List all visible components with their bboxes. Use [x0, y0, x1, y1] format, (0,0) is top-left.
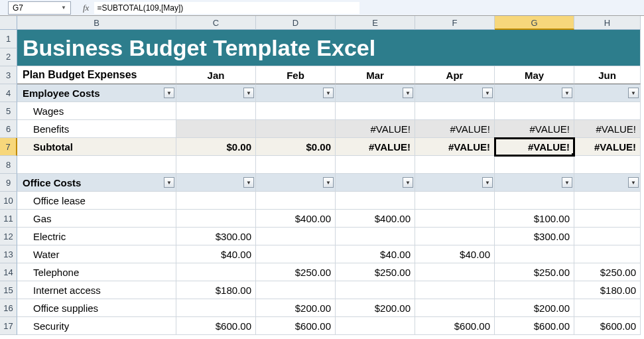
cell[interactable]: $200.00	[495, 299, 574, 317]
section-office-costs[interactable]: Office Costs▼	[17, 174, 176, 192]
header-mar[interactable]: Mar	[336, 66, 415, 84]
cell[interactable]	[256, 102, 336, 120]
cell[interactable]: $600.00	[415, 317, 495, 335]
cell[interactable]	[176, 263, 256, 281]
cell[interactable]	[574, 102, 641, 120]
filter-dropdown-icon[interactable]: ▼	[323, 177, 334, 188]
cell[interactable]	[415, 156, 495, 174]
cell[interactable]: #VALUE!	[336, 138, 415, 156]
row-header-3[interactable]: 3	[0, 66, 17, 84]
cell[interactable]	[415, 263, 495, 281]
filter-dropdown-icon[interactable]: ▼	[628, 88, 639, 98]
fill-handle[interactable]	[572, 153, 574, 156]
row-header-15[interactable]: 15	[0, 281, 17, 299]
col-header-D[interactable]: D	[256, 16, 336, 30]
cell[interactable]	[495, 102, 574, 120]
row-header-4[interactable]: 4	[0, 84, 17, 102]
col-header-G[interactable]: G	[495, 16, 574, 30]
cell[interactable]: $600.00	[176, 317, 256, 335]
header-apr[interactable]: Apr	[415, 66, 495, 84]
cell[interactable]	[495, 192, 574, 210]
cell[interactable]: #VALUE!	[415, 138, 495, 156]
cell[interactable]	[574, 299, 641, 317]
cell[interactable]	[336, 317, 415, 335]
cell[interactable]	[256, 156, 336, 174]
cell[interactable]: $250.00	[336, 263, 415, 281]
cell[interactable]: $250.00	[495, 263, 574, 281]
row-header-2[interactable]: 2	[0, 48, 17, 67]
row-internet-label[interactable]: Internet access	[17, 281, 176, 299]
cell[interactable]	[574, 210, 641, 228]
cell[interactable]	[256, 228, 336, 245]
cell[interactable]: $600.00	[574, 317, 641, 335]
cell[interactable]: $100.00	[495, 210, 574, 228]
cell[interactable]: $250.00	[574, 263, 641, 281]
cell[interactable]	[495, 281, 574, 299]
row-header-8[interactable]: 8	[0, 156, 17, 174]
header-may[interactable]: May	[495, 66, 574, 84]
cell[interactable]: $250.00	[256, 263, 336, 281]
cell[interactable]: $200.00	[336, 299, 415, 317]
chevron-down-icon[interactable]: ▼	[61, 5, 66, 11]
cell[interactable]: $40.00	[176, 245, 256, 263]
cell[interactable]: ▼	[176, 174, 256, 192]
row-header-17[interactable]: 17	[0, 317, 17, 335]
cell[interactable]: #VALUE!	[415, 120, 495, 138]
cell[interactable]: #VALUE!	[574, 138, 641, 156]
cell[interactable]	[256, 120, 336, 138]
cell[interactable]	[495, 245, 574, 263]
cell[interactable]	[176, 192, 256, 210]
section-employee-costs[interactable]: Employee Costs▼	[17, 84, 176, 102]
cell[interactable]: $400.00	[256, 210, 336, 228]
cell[interactable]: $400.00	[336, 210, 415, 228]
cell[interactable]: ▼	[574, 84, 641, 102]
cell[interactable]: #VALUE!	[574, 120, 641, 138]
cell[interactable]	[415, 210, 495, 228]
cell[interactable]: $180.00	[176, 281, 256, 299]
filter-dropdown-icon[interactable]: ▼	[628, 177, 639, 188]
row-water-label[interactable]: Water	[17, 245, 176, 263]
cell[interactable]	[415, 299, 495, 317]
row-header-16[interactable]: 16	[0, 299, 17, 317]
cell[interactable]: $0.00	[176, 138, 256, 156]
header-plan-budget[interactable]: Plan Budget Expenses	[17, 66, 176, 84]
cell[interactable]	[176, 120, 256, 138]
cell[interactable]: ▼	[336, 174, 415, 192]
cell[interactable]	[176, 102, 256, 120]
cell[interactable]	[176, 210, 256, 228]
cell[interactable]: ▼	[176, 84, 256, 102]
cell[interactable]	[17, 156, 176, 174]
row-header-10[interactable]: 10	[0, 192, 17, 210]
header-jan[interactable]: Jan	[176, 66, 256, 84]
cell[interactable]: ▼	[574, 174, 641, 192]
cell[interactable]	[336, 281, 415, 299]
cell[interactable]: $600.00	[256, 317, 336, 335]
row-header-11[interactable]: 11	[0, 210, 17, 228]
cell[interactable]	[256, 245, 336, 263]
row-header-14[interactable]: 14	[0, 263, 17, 281]
row-header-6[interactable]: 6	[0, 120, 17, 138]
cell[interactable]	[574, 228, 641, 245]
row-benefits-label[interactable]: Benefits	[17, 120, 176, 138]
cell[interactable]: $300.00	[176, 228, 256, 245]
cell[interactable]	[415, 281, 495, 299]
cell[interactable]	[256, 192, 336, 210]
cell[interactable]	[336, 102, 415, 120]
row-supplies-label[interactable]: Office supplies	[17, 299, 176, 317]
fx-icon[interactable]: fx	[83, 3, 89, 13]
active-cell-G7[interactable]: #VALUE!▼	[495, 138, 574, 156]
row-lease-label[interactable]: Office lease	[17, 192, 176, 210]
filter-dropdown-icon[interactable]: ▼	[243, 177, 254, 188]
formula-input[interactable]	[94, 2, 359, 14]
cell[interactable]	[415, 192, 495, 210]
cell[interactable]	[336, 228, 415, 245]
cell[interactable]: $40.00	[415, 245, 495, 263]
row-header-7[interactable]: 7	[0, 138, 17, 156]
cell[interactable]	[336, 192, 415, 210]
cell[interactable]: #VALUE!	[336, 120, 415, 138]
cell[interactable]: $200.00	[256, 299, 336, 317]
cell[interactable]	[176, 299, 256, 317]
cell[interactable]: $180.00	[574, 281, 641, 299]
filter-dropdown-icon[interactable]: ▼	[482, 177, 493, 188]
name-box[interactable]: G7 ▼	[8, 1, 71, 15]
